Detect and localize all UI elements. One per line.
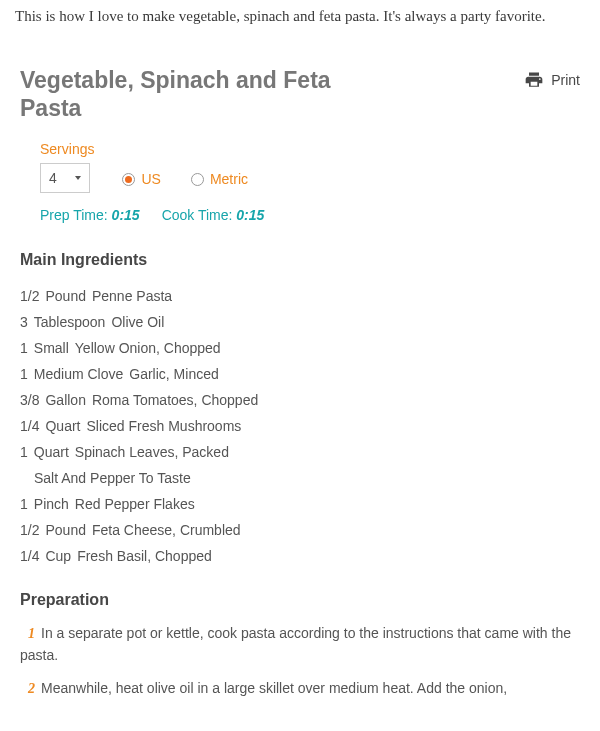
ingredient-row: 1SmallYellow Onion, Chopped xyxy=(20,335,580,361)
ingredient-row: 1/2PoundPenne Pasta xyxy=(20,283,580,309)
radio-icon xyxy=(122,173,135,186)
ingredient-unit: Pinch xyxy=(34,496,69,512)
ingredient-item: Sliced Fresh Mushrooms xyxy=(86,418,241,434)
servings-block: Servings 4 xyxy=(40,141,94,193)
ingredient-item: Garlic, Minced xyxy=(129,366,218,382)
print-button[interactable]: Print xyxy=(523,70,580,90)
ingredient-row: 1Medium CloveGarlic, Minced xyxy=(20,361,580,387)
radio-icon xyxy=(191,173,204,186)
step: 1In a separate pot or kettle, cook pasta… xyxy=(20,623,580,666)
ingredient-item: Salt And Pepper To Taste xyxy=(34,470,191,486)
ingredient-qty: 1 xyxy=(20,444,28,460)
steps-list: 1In a separate pot or kettle, cook pasta… xyxy=(20,623,580,700)
print-label: Print xyxy=(551,72,580,88)
controls-row: Servings 4 US Metric xyxy=(40,141,580,193)
unit-metric-label: Metric xyxy=(210,171,248,187)
ingredient-qty: 1/4 xyxy=(20,548,39,564)
ingredient-unit: Quart xyxy=(34,444,69,460)
prep-time: Prep Time: 0:15 xyxy=(40,207,140,223)
ingredient-qty: 1/4 xyxy=(20,418,39,434)
unit-us-label: US xyxy=(141,171,160,187)
step-text: In a separate pot or kettle, cook pasta … xyxy=(20,625,571,663)
ingredient-item: Fresh Basil, Chopped xyxy=(77,548,212,564)
ingredient-unit: Tablespoon xyxy=(34,314,106,330)
ingredient-unit: Cup xyxy=(45,548,71,564)
ingredient-row: 1/4QuartSliced Fresh Mushrooms xyxy=(20,413,580,439)
ingredient-row: Salt And Pepper To Taste xyxy=(20,465,580,491)
ingredient-unit: Gallon xyxy=(45,392,85,408)
preparation-heading: Preparation xyxy=(20,591,580,609)
recipe-card: Vegetable, Spinach and Feta Pasta Print … xyxy=(0,48,600,723)
ingredient-unit: Pound xyxy=(45,522,85,538)
ingredient-row: 1QuartSpinach Leaves, Packed xyxy=(20,439,580,465)
ingredients-list: 1/2PoundPenne Pasta3TablespoonOlive Oil1… xyxy=(20,283,580,569)
ingredient-item: Yellow Onion, Chopped xyxy=(75,340,221,356)
step-text: Meanwhile, heat olive oil in a large ski… xyxy=(41,680,507,696)
ingredient-row: 3/8GallonRoma Tomatoes, Chopped xyxy=(20,387,580,413)
recipe-header: Vegetable, Spinach and Feta Pasta Print xyxy=(20,66,580,124)
ingredient-item: Penne Pasta xyxy=(92,288,172,304)
cook-time-value: 0:15 xyxy=(236,207,264,223)
ingredient-row: 3TablespoonOlive Oil xyxy=(20,309,580,335)
ingredient-item: Olive Oil xyxy=(111,314,164,330)
ingredients-heading: Main Ingredients xyxy=(20,251,580,269)
ingredient-qty: 1 xyxy=(20,366,28,382)
intro-text: This is how I love to make vegetable, sp… xyxy=(0,0,600,48)
step-number: 1 xyxy=(28,626,35,641)
unit-toggle: US Metric xyxy=(122,171,248,193)
ingredient-qty: 1/2 xyxy=(20,288,39,304)
ingredient-qty: 1/2 xyxy=(20,522,39,538)
recipe-title: Vegetable, Spinach and Feta Pasta xyxy=(20,66,350,124)
ingredient-qty: 3/8 xyxy=(20,392,39,408)
ingredient-qty: 1 xyxy=(20,496,28,512)
times-row: Prep Time: 0:15 Cook Time: 0:15 xyxy=(40,207,580,223)
ingredient-qty: 1 xyxy=(20,340,28,356)
ingredient-item: Red Pepper Flakes xyxy=(75,496,195,512)
ingredient-unit: Medium Clove xyxy=(34,366,123,382)
unit-metric-option[interactable]: Metric xyxy=(191,171,248,187)
cook-time: Cook Time: 0:15 xyxy=(162,207,265,223)
ingredient-item: Feta Cheese, Crumbled xyxy=(92,522,241,538)
step-number: 2 xyxy=(28,681,35,696)
ingredient-item: Roma Tomatoes, Chopped xyxy=(92,392,258,408)
ingredient-row: 1PinchRed Pepper Flakes xyxy=(20,491,580,517)
ingredient-unit: Pound xyxy=(45,288,85,304)
ingredient-row: 1/4CupFresh Basil, Chopped xyxy=(20,543,580,569)
prep-time-value: 0:15 xyxy=(112,207,140,223)
unit-us-option[interactable]: US xyxy=(122,171,160,187)
servings-select[interactable]: 4 xyxy=(40,163,90,193)
servings-value: 4 xyxy=(49,170,57,186)
ingredient-item: Spinach Leaves, Packed xyxy=(75,444,229,460)
print-icon xyxy=(523,70,545,90)
servings-label: Servings xyxy=(40,141,94,157)
ingredient-unit: Quart xyxy=(45,418,80,434)
prep-time-label: Prep Time: xyxy=(40,207,108,223)
cook-time-label: Cook Time: xyxy=(162,207,233,223)
ingredient-unit: Small xyxy=(34,340,69,356)
ingredient-row: 1/2PoundFeta Cheese, Crumbled xyxy=(20,517,580,543)
ingredient-qty: 3 xyxy=(20,314,28,330)
step: 2Meanwhile, heat olive oil in a large sk… xyxy=(20,678,580,700)
